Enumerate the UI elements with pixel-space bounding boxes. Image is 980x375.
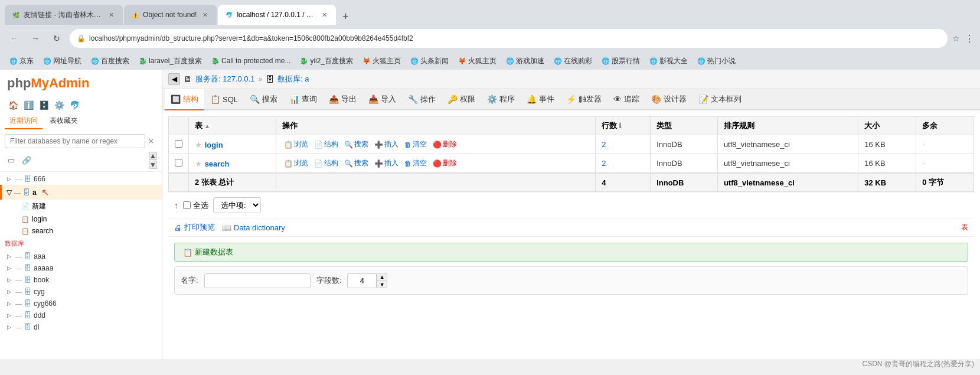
tab-program[interactable]: ⚙️ 程序 xyxy=(481,89,521,110)
breadcrumb-collapse-button[interactable]: ◀ xyxy=(168,73,180,85)
tab-search[interactable]: 🔍 搜索 xyxy=(244,89,283,110)
tab-2[interactable]: ⚠️ Object not found! ✕ xyxy=(124,5,217,25)
tab-export[interactable]: 📤 导出 xyxy=(323,89,362,110)
login-delete-link[interactable]: 🔴 删除 xyxy=(431,139,459,150)
info-circle-icon[interactable]: ℹ️ xyxy=(22,99,34,111)
db-item-aaaaa[interactable]: ▷ — 🗄 aaaaa xyxy=(0,262,162,274)
tab-1-close[interactable]: ✕ xyxy=(106,10,116,19)
expand-cyg[interactable]: ▷ xyxy=(5,288,13,296)
bookmark-protected[interactable]: 🐉 Call to protected me... xyxy=(208,56,294,66)
bookmark-jd[interactable]: 🌐 京东 xyxy=(6,55,37,67)
tab-event[interactable]: 🔔 事件 xyxy=(521,89,560,110)
filter-clear-button[interactable]: ✕ xyxy=(145,136,157,146)
db-item-666[interactable]: ▷ — 🗄 666 xyxy=(0,173,162,185)
tab-privilege[interactable]: 🔑 权限 xyxy=(442,89,481,110)
bookmark-star[interactable]: ☆ xyxy=(952,34,960,43)
db-item-cyg[interactable]: ▷ — 🗄 cyg xyxy=(0,286,162,298)
tab-3[interactable]: 🐬 localhost / 127.0.0.1 / a | php ✕ xyxy=(218,5,336,25)
gear-icon[interactable]: ⚙️ xyxy=(53,99,65,111)
login-empty-link[interactable]: 🗑 清空 xyxy=(403,139,429,150)
table-name-input[interactable] xyxy=(204,273,311,288)
expand-book[interactable]: ▷ xyxy=(5,276,13,284)
tab-3-close[interactable]: ✕ xyxy=(319,10,329,19)
search-table-link[interactable]: search xyxy=(205,159,230,168)
db-item-login-table[interactable]: 📋 login xyxy=(0,213,162,225)
col-rows[interactable]: 行数 ℹ xyxy=(596,117,651,135)
expand-ddd[interactable]: ▷ xyxy=(5,311,13,319)
row-search-checkbox[interactable] xyxy=(175,159,182,167)
tab-trace[interactable]: 👁 追踪 xyxy=(607,89,645,110)
address-input[interactable]: 🔒 localhost/phpmyadmin/db_structure.php?… xyxy=(70,29,948,48)
columns-count-input[interactable] xyxy=(347,273,377,288)
row-login-checkbox[interactable] xyxy=(175,140,182,148)
scroll-up-button[interactable]: ▲ xyxy=(149,152,157,160)
search-search-link[interactable]: 🔍 搜索 xyxy=(342,158,370,169)
back-button[interactable]: ← xyxy=(6,30,22,47)
action-select[interactable]: 选中项: xyxy=(213,197,261,213)
login-table-link[interactable]: login xyxy=(205,141,223,149)
bookmark-game[interactable]: 🌐 游戏加速 xyxy=(502,55,548,67)
expand-cyg666[interactable]: ▷ xyxy=(5,299,13,308)
bookmark-laravel[interactable]: 🐉 laravel_百度搜索 xyxy=(135,55,205,67)
dolphin-icon[interactable]: 🐬 xyxy=(68,99,80,111)
bookmark-baidu[interactable]: 🌐 百度搜索 xyxy=(87,55,133,67)
db-item-search-table[interactable]: 📋 search xyxy=(0,225,162,237)
tab-query[interactable]: 📊 查询 xyxy=(283,89,323,110)
login-insert-link[interactable]: ➕ 插入 xyxy=(373,139,400,150)
search-star-icon[interactable]: ★ xyxy=(195,159,202,168)
bookmark-toutiao[interactable]: 🌐 头条新闻 xyxy=(407,55,452,67)
db-item-ddd[interactable]: ▷ — 🗄 ddd xyxy=(0,309,162,321)
spinner-down-button[interactable]: ▼ xyxy=(377,281,387,288)
print-preview-link[interactable]: 🖨 打印预览 xyxy=(174,222,215,233)
search-browse-link[interactable]: 📋 浏览 xyxy=(282,158,310,169)
tab-sql[interactable]: 📋 SQL xyxy=(204,90,244,110)
bookmark-firefox2[interactable]: 🦊 火狐主页 xyxy=(455,55,500,67)
search-structure-link[interactable]: 📄 结构 xyxy=(312,158,340,169)
db-item-new[interactable]: 📄 新建 xyxy=(0,200,162,213)
tab-2-close[interactable]: ✕ xyxy=(200,10,210,19)
tab-trigger[interactable]: ⚡ 触发器 xyxy=(560,89,607,110)
expand-666[interactable]: ▷ xyxy=(5,175,13,183)
sidebar-filter-input[interactable] xyxy=(5,134,145,148)
tab-structure[interactable]: 🔲 结构 xyxy=(165,89,204,110)
expand-aaaaa[interactable]: ▷ xyxy=(5,264,13,272)
tab-textbox[interactable]: 📝 文本框列 xyxy=(692,89,747,110)
db-item-a[interactable]: ▽ — 🗄 a ↖ xyxy=(0,185,162,200)
sort-arrow-table[interactable]: ▲ xyxy=(204,123,210,129)
bookmark-yii2[interactable]: 🐉 yii2_百度搜索 xyxy=(296,55,357,67)
col-table[interactable]: 表 ▲ xyxy=(189,117,276,135)
db-item-dl[interactable]: ▷ — 🗄 dl xyxy=(0,321,162,333)
sidebar-tab-recent[interactable]: 近期访问 xyxy=(5,113,43,129)
login-browse-link[interactable]: 📋 浏览 xyxy=(282,139,310,150)
bookmark-video[interactable]: 🌐 影视大全 xyxy=(646,55,691,67)
tab-operation[interactable]: 🔧 操作 xyxy=(402,89,442,110)
bookmark-lottery[interactable]: 🌐 在线购彩 xyxy=(550,55,596,67)
reload-button[interactable]: ↻ xyxy=(48,30,65,47)
tab-1[interactable]: 🌿 友情链接 - 海南省林木种子（苗） ✕ xyxy=(5,5,123,25)
bookmark-novel[interactable]: 🌐 热门小说 xyxy=(694,55,739,67)
settings-icon[interactable]: ⋮ xyxy=(965,33,974,44)
tab-designer[interactable]: 🎨 设计器 xyxy=(645,89,692,110)
bookmark-stocks[interactable]: 🌐 股票行情 xyxy=(598,55,643,67)
bookmark-nav[interactable]: 🌐 网址导航 xyxy=(40,55,85,67)
db-icon[interactable]: 🗄️ xyxy=(38,99,50,111)
db-item-cyg666[interactable]: ▷ — 🗄 cyg666 xyxy=(0,298,162,309)
sidebar-tab-favorites[interactable]: 表收藏夹 xyxy=(45,113,83,129)
expand-dl[interactable]: ▷ xyxy=(5,323,13,331)
search-delete-link[interactable]: 🔴 删除 xyxy=(431,158,459,169)
db-breadcrumb-link[interactable]: 数据库: a xyxy=(277,74,309,84)
expand-a[interactable]: ▽ xyxy=(6,188,12,197)
db-item-aaa[interactable]: ▷ — 🗄 aaa xyxy=(0,250,162,262)
forward-button[interactable]: → xyxy=(27,30,44,47)
server-breadcrumb-link[interactable]: 服务器: 127.0.0.1 xyxy=(195,74,254,84)
home-icon[interactable]: 🏠 xyxy=(7,99,19,111)
scroll-down-button[interactable]: ▼ xyxy=(149,161,157,169)
bookmark-firefox1[interactable]: 🦊 火狐主页 xyxy=(359,55,404,67)
rows-info-icon[interactable]: ℹ xyxy=(619,122,622,130)
browser-menu[interactable]: ⋮ xyxy=(965,33,974,44)
spinner-up-button[interactable]: ▲ xyxy=(377,273,387,281)
search-empty-link[interactable]: 🗑 清空 xyxy=(403,158,429,169)
expand-aaa[interactable]: ▷ xyxy=(5,252,13,260)
login-star-icon[interactable]: ★ xyxy=(195,140,202,149)
tab-import[interactable]: 📥 导入 xyxy=(362,89,402,110)
